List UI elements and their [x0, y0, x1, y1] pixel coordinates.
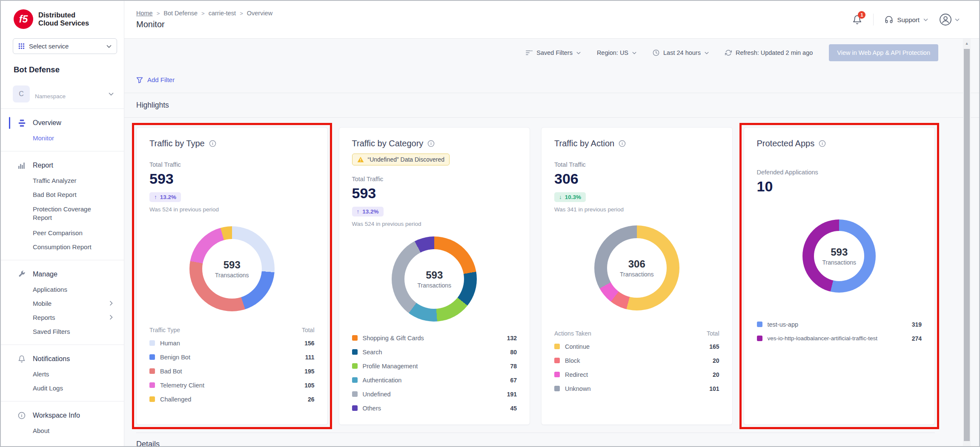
divider — [873, 14, 874, 26]
legend-item[interactable]: Redirect 20 — [554, 367, 719, 382]
sidebar-item-peer-comparison[interactable]: Peer Comparison — [1, 226, 124, 240]
sidebar-item-saved-filters[interactable]: Saved Filters — [1, 325, 124, 339]
sidebar-item-applications[interactable]: Applications — [1, 282, 124, 296]
sidebar-item-mobile[interactable]: Mobile — [1, 296, 124, 310]
legend-label: ves-io-http-loadbalancer-artificial-traf… — [768, 335, 907, 342]
legend-item[interactable]: Block 20 — [554, 353, 719, 367]
sidebar-item-label: Notifications — [33, 355, 70, 363]
breadcrumb-overview[interactable]: Overview — [247, 10, 272, 17]
bar-chart-icon — [18, 161, 26, 170]
legend-item[interactable]: Shopping & Gift Cards 132 — [352, 331, 517, 345]
chevron-down-icon — [955, 18, 960, 21]
donut-center: 593 Transactions — [814, 231, 864, 281]
legend-value: 105 — [304, 382, 314, 389]
info-icon[interactable] — [619, 140, 626, 147]
namespace-selector[interactable]: C Namespace — [13, 85, 114, 102]
sidebar-subitem-label: Audit Logs — [33, 384, 63, 392]
breadcrumb: Home > Bot Defense > carrie-test > Overv… — [136, 10, 272, 17]
notifications-button[interactable]: 1 — [852, 15, 862, 25]
sidebar-item-notifications[interactable]: Notifications — [1, 351, 124, 367]
account-menu[interactable] — [939, 13, 960, 26]
legend-item[interactable]: ves-io-http-loadbalancer-artificial-traf… — [757, 331, 922, 345]
donut-ring[interactable]: 593 Transactions — [189, 226, 275, 311]
legend-item[interactable]: Unknown 101 — [554, 382, 719, 396]
legend-item[interactable]: Search 80 — [352, 345, 517, 359]
chevron-down-icon — [923, 18, 928, 21]
legend-label: Undefined — [363, 391, 502, 398]
refresh-button[interactable]: Refresh: Updated 2 min ago — [725, 49, 813, 56]
sidebar-item-bad-bot-report[interactable]: Bad Bot Report — [1, 188, 124, 202]
legend-item[interactable]: Human 156 — [149, 336, 315, 350]
legend-value: 20 — [713, 357, 719, 364]
header-actions: 1 Support — [852, 13, 960, 26]
legend-item[interactable]: Authentication 67 — [352, 373, 517, 387]
add-filter-button[interactable]: Add Filter — [136, 76, 175, 83]
breadcrumb-separator: > — [157, 10, 160, 17]
legend-item[interactable]: Undefined 191 — [352, 387, 517, 401]
clock-icon — [653, 49, 659, 56]
sidebar-item-monitor[interactable]: Monitor — [1, 131, 124, 145]
donut-chart-protected-apps: 593 Transactions — [802, 219, 876, 293]
donut-ring[interactable]: 306 Transactions — [594, 225, 679, 310]
info-icon[interactable] — [819, 140, 826, 147]
breadcrumb-bot-defense[interactable]: Bot Defense — [163, 10, 198, 17]
region-dropdown[interactable]: Region: US — [597, 49, 636, 56]
sidebar-item-overview[interactable]: Overview — [1, 115, 124, 131]
vertical-scrollbar[interactable]: ▲ — [963, 39, 971, 446]
legend-item[interactable]: Continue 165 — [554, 339, 719, 353]
sidebar-item-workspace-info[interactable]: Workspace Info — [1, 407, 124, 424]
legend-item[interactable]: Profile Management 78 — [352, 359, 517, 373]
sidebar-item-protection-coverage-report[interactable]: Protection Coverage Report — [1, 202, 107, 226]
brand-line2: Cloud Services — [38, 19, 89, 27]
divider — [1, 151, 124, 151]
divider — [1, 345, 124, 345]
sidebar-item-about[interactable]: About — [1, 424, 124, 438]
scrollbar-up-arrow[interactable]: ▲ — [963, 39, 971, 48]
metric-label: Defended Applications — [757, 169, 922, 176]
breadcrumb-namespace[interactable]: carrie-test — [209, 10, 236, 17]
support-menu[interactable]: Support — [885, 15, 928, 24]
info-icon[interactable] — [427, 140, 435, 147]
card-slot: Traffic by Category “Undefined” Data Dis… — [339, 127, 530, 425]
metric-label: Total Traffic — [554, 161, 719, 168]
sidebar-subitem-label: Saved Filters — [33, 328, 70, 335]
details-section: Details — [136, 433, 935, 447]
sidebar-item-reports[interactable]: Reports — [1, 310, 124, 325]
legend-item[interactable]: Benign Bot 111 — [149, 350, 315, 364]
add-filter-row: Add Filter — [124, 67, 979, 93]
service-selector[interactable]: Select service — [13, 38, 117, 54]
time-range-dropdown[interactable]: Last 24 hours — [653, 49, 709, 56]
info-icon[interactable] — [209, 140, 216, 147]
card-slot: Protected Apps Defended Applications 10 … — [744, 127, 935, 425]
metric-value: 306 — [554, 171, 719, 187]
legend-item[interactable]: Bad Bot 195 — [149, 364, 315, 378]
breadcrumb-separator: > — [240, 10, 243, 17]
legend-value: 132 — [507, 335, 517, 342]
legend-swatch — [352, 349, 358, 355]
sidebar-item-audit-logs[interactable]: Audit Logs — [1, 381, 124, 395]
legend-item[interactable]: Challenged 26 — [149, 392, 315, 406]
donut-ring[interactable]: 593 Transactions — [392, 236, 477, 322]
warning-triangle-icon — [357, 157, 364, 162]
scrollbar-thumb[interactable] — [964, 49, 970, 441]
sidebar-item-label: Report — [33, 162, 53, 169]
legend-swatch — [149, 382, 155, 388]
delta-badge: ↓ 10.3% — [554, 192, 586, 202]
sidebar-item-report[interactable]: Report — [1, 157, 124, 174]
saved-filters-dropdown[interactable]: Saved Filters — [526, 49, 581, 56]
view-in-waap-button[interactable]: View in Web App & API Protection — [829, 44, 938, 61]
sidebar-item-alerts[interactable]: Alerts — [1, 367, 124, 381]
sidebar-item-consumption-report[interactable]: Consumption Report — [1, 240, 124, 254]
breadcrumb-home[interactable]: Home — [136, 10, 153, 17]
legend-label: Profile Management — [363, 363, 505, 370]
legend-item[interactable]: test-us-app 319 — [757, 317, 922, 331]
traffic-by-category-card: Traffic by Category “Undefined” Data Dis… — [339, 127, 530, 425]
legend-item[interactable]: Others 45 — [352, 401, 517, 415]
sidebar-item-manage[interactable]: Manage — [1, 266, 124, 282]
legend-item[interactable]: Telemetry Client 105 — [149, 378, 315, 392]
legend-label: Human — [160, 340, 299, 347]
chevron-right-icon — [109, 301, 113, 306]
refresh-icon — [725, 49, 732, 56]
sidebar-item-traffic-analyzer[interactable]: Traffic Analyzer — [1, 174, 124, 188]
donut-ring[interactable]: 593 Transactions — [802, 219, 876, 293]
